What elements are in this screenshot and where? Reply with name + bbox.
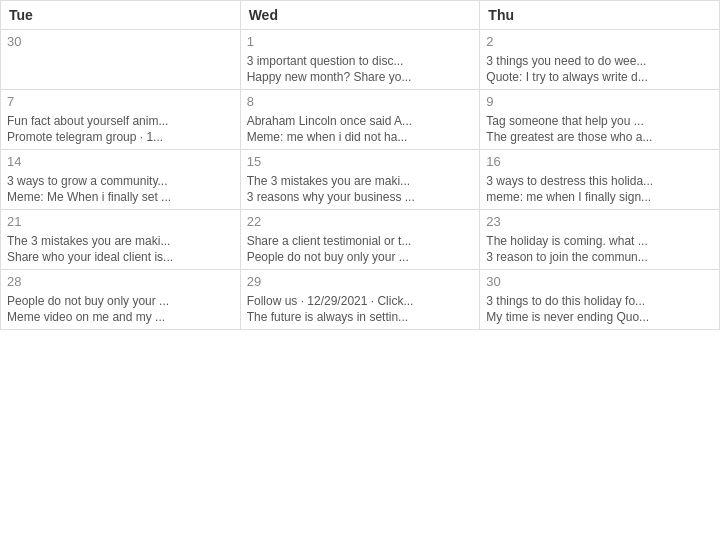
day-cell-30: 30 <box>1 30 241 90</box>
column-header-thu: Thu <box>480 1 720 30</box>
calendar-event[interactable]: People do not buy only your ... <box>7 293 227 309</box>
calendar-event[interactable]: The 3 mistakes you are maki... <box>247 173 467 189</box>
day-cell-15: 15The 3 mistakes you are maki...3 reason… <box>240 150 480 210</box>
week-row-3: 21The 3 mistakes you are maki...Share wh… <box>1 210 720 270</box>
calendar-event[interactable]: The greatest are those who a... <box>486 129 706 145</box>
day-number: 23 <box>486 214 713 229</box>
day-number: 15 <box>247 154 474 169</box>
calendar-event[interactable]: 3 things to do this holiday fo... <box>486 293 706 309</box>
day-cell-29: 29Follow us · 12/29/2021 · Click...The f… <box>240 270 480 330</box>
week-row-4: 28People do not buy only your ...Meme vi… <box>1 270 720 330</box>
calendar-event[interactable]: meme: me when I finally sign... <box>486 189 706 205</box>
calendar-event[interactable]: Meme: me when i did not ha... <box>247 129 467 145</box>
day-cell-14: 143 ways to grow a community...Meme: Me … <box>1 150 241 210</box>
day-number: 9 <box>486 94 713 109</box>
week-row-0: 3013 important question to disc...Happy … <box>1 30 720 90</box>
day-cell-7: 7Fun fact about yourself anim...Promote … <box>1 90 241 150</box>
day-number: 1 <box>247 34 474 49</box>
calendar-event[interactable]: 3 things you need to do wee... <box>486 53 706 69</box>
day-number: 30 <box>7 34 234 49</box>
calendar-event[interactable]: Share a client testimonial or t... <box>247 233 467 249</box>
calendar-event[interactable]: Meme: Me When i finally set ... <box>7 189 227 205</box>
day-number: 14 <box>7 154 234 169</box>
calendar-event[interactable]: Happy new month? Share yo... <box>247 69 467 85</box>
column-header-tue: Tue <box>1 1 241 30</box>
calendar-event[interactable]: Quote: I try to always write d... <box>486 69 706 85</box>
calendar-event[interactable]: Abraham Lincoln once said A... <box>247 113 467 129</box>
day-cell-23: 23The holiday is coming. what ...3 reaso… <box>480 210 720 270</box>
day-number: 29 <box>247 274 474 289</box>
day-cell-16: 163 ways to destress this holida...meme:… <box>480 150 720 210</box>
calendar-event[interactable]: The holiday is coming. what ... <box>486 233 706 249</box>
calendar-event[interactable]: Follow us · 12/29/2021 · Click... <box>247 293 467 309</box>
week-row-2: 143 ways to grow a community...Meme: Me … <box>1 150 720 210</box>
calendar-table: TueWedThu 3013 important question to dis… <box>0 0 720 330</box>
calendar-event[interactable]: 3 important question to disc... <box>247 53 467 69</box>
week-row-1: 7Fun fact about yourself anim...Promote … <box>1 90 720 150</box>
day-number: 30 <box>486 274 713 289</box>
calendar-event[interactable]: 3 ways to destress this holida... <box>486 173 706 189</box>
day-cell-2: 23 things you need to do wee...Quote: I … <box>480 30 720 90</box>
day-cell-30: 303 things to do this holiday fo...My ti… <box>480 270 720 330</box>
calendar-event[interactable]: Share who your ideal client is... <box>7 249 227 265</box>
day-number: 22 <box>247 214 474 229</box>
day-cell-22: 22Share a client testimonial or t...Peop… <box>240 210 480 270</box>
calendar-event[interactable]: Tag someone that help you ... <box>486 113 706 129</box>
column-header-wed: Wed <box>240 1 480 30</box>
calendar-event[interactable]: 3 ways to grow a community... <box>7 173 227 189</box>
day-cell-9: 9Tag someone that help you ...The greate… <box>480 90 720 150</box>
day-number: 7 <box>7 94 234 109</box>
day-number: 8 <box>247 94 474 109</box>
day-cell-28: 28People do not buy only your ...Meme vi… <box>1 270 241 330</box>
calendar-event[interactable]: My time is never ending Quo... <box>486 309 706 325</box>
day-number: 16 <box>486 154 713 169</box>
calendar-event[interactable]: Meme video on me and my ... <box>7 309 227 325</box>
day-number: 21 <box>7 214 234 229</box>
day-number: 28 <box>7 274 234 289</box>
calendar-event[interactable]: Promote telegram group · 1... <box>7 129 227 145</box>
calendar-event[interactable]: People do not buy only your ... <box>247 249 467 265</box>
day-cell-1: 13 important question to disc...Happy ne… <box>240 30 480 90</box>
day-cell-21: 21The 3 mistakes you are maki...Share wh… <box>1 210 241 270</box>
calendar-event[interactable]: Fun fact about yourself anim... <box>7 113 227 129</box>
calendar-event[interactable]: 3 reason to join the commun... <box>486 249 706 265</box>
calendar-event[interactable]: The 3 mistakes you are maki... <box>7 233 227 249</box>
day-number: 2 <box>486 34 713 49</box>
day-cell-8: 8Abraham Lincoln once said A...Meme: me … <box>240 90 480 150</box>
calendar-event[interactable]: The future is always in settin... <box>247 309 467 325</box>
calendar-event[interactable]: 3 reasons why your business ... <box>247 189 467 205</box>
